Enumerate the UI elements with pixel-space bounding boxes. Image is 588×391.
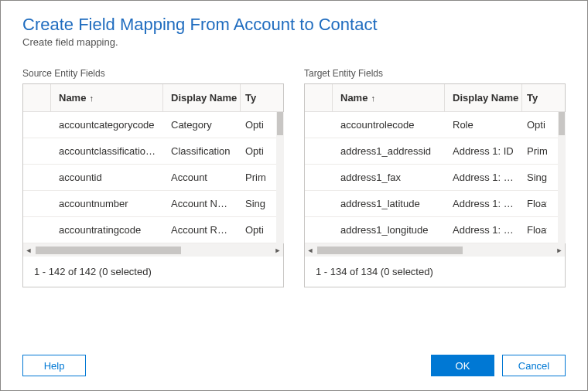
- cell-dn: Account: [163, 172, 241, 183]
- sort-asc-icon: ↑: [371, 94, 375, 103]
- table-row[interactable]: accountidAccountPrim: [23, 165, 283, 191]
- source-grid: Name ↑ Display Name Ty accountcategoryco…: [22, 83, 284, 287]
- source-body: accountcategorycodeCategoryOpti accountc…: [23, 112, 283, 243]
- dialog-frame: Create Field Mapping From Account to Con…: [0, 0, 588, 391]
- cell-ty: Opti: [241, 145, 265, 157]
- chevron-right-icon[interactable]: ►: [554, 243, 565, 257]
- header: Create Field Mapping From Account to Con…: [1, 1, 587, 54]
- target-header-row: Name ↑ Display Name Ty: [305, 84, 565, 112]
- table-row[interactable]: address1_latitudeAddress 1: La...Float: [305, 191, 565, 217]
- target-col-type[interactable]: Ty: [522, 84, 547, 111]
- source-pane: Source Entity Fields Name ↑ Display Name…: [22, 68, 284, 287]
- sort-asc-icon: ↑: [89, 94, 94, 103]
- cell-ty: Opti: [241, 224, 265, 236]
- table-row[interactable]: accountratingcodeAccount RatingOpti: [23, 217, 283, 243]
- table-row[interactable]: address1_longitudeAddress 1: Lo...Float: [305, 217, 565, 243]
- cell-ty: Opti: [241, 119, 265, 131]
- cell-ty: Opti: [522, 119, 547, 131]
- cell-dn: Classification: [163, 145, 241, 157]
- cell-ty: Sing: [241, 198, 265, 209]
- target-hscroll[interactable]: ◄ ►: [305, 243, 565, 257]
- cell-ty: Float: [522, 224, 547, 236]
- dialog-subtitle: Create field mapping.: [22, 36, 566, 48]
- cell-name: accountcategorycode: [51, 119, 163, 131]
- source-hscroll[interactable]: ◄ ►: [23, 243, 283, 257]
- col-name-label: Name: [59, 92, 86, 104]
- source-col-type[interactable]: Ty: [241, 84, 265, 111]
- source-vscroll[interactable]: [276, 112, 284, 243]
- cell-name: address1_addressid: [333, 145, 445, 157]
- col-ty-label: Ty: [245, 92, 256, 104]
- target-grid: Name ↑ Display Name Ty accountrolecodeRo…: [304, 83, 566, 287]
- target-col-name[interactable]: Name ↑: [333, 84, 445, 111]
- cell-name: accountrolecode: [333, 119, 445, 131]
- cell-name: accountid: [51, 172, 163, 183]
- col-dn-label: Display Name: [453, 92, 518, 104]
- cell-name: accountratingcode: [51, 224, 163, 236]
- cell-dn: Category: [163, 119, 241, 131]
- hscroll-track[interactable]: [317, 246, 552, 254]
- target-status: 1 - 134 of 134 (0 selected): [305, 257, 565, 287]
- target-col-displayname[interactable]: Display Name: [445, 84, 522, 111]
- target-vscroll[interactable]: [558, 112, 566, 243]
- target-label: Target Entity Fields: [304, 68, 566, 79]
- table-row[interactable]: accountcategorycodeCategoryOpti: [23, 112, 283, 138]
- panes: Source Entity Fields Name ↑ Display Name…: [1, 54, 587, 287]
- cell-ty: Float: [522, 198, 547, 209]
- cancel-button[interactable]: Cancel: [502, 355, 566, 376]
- cell-ty: Prim: [522, 145, 547, 157]
- scroll-thumb[interactable]: [36, 246, 181, 254]
- chevron-right-icon[interactable]: ►: [272, 243, 283, 257]
- scroll-thumb[interactable]: [277, 112, 283, 135]
- cell-dn: Address 1: ID: [445, 145, 522, 157]
- source-status: 1 - 142 of 142 (0 selected): [23, 257, 283, 287]
- table-row[interactable]: address1_faxAddress 1: FaxSing: [305, 165, 565, 191]
- cell-dn: Address 1: Fax: [445, 172, 522, 183]
- cell-name: accountclassificationc...: [51, 145, 163, 157]
- target-col-spacer: [305, 84, 333, 111]
- hscroll-track[interactable]: [36, 246, 271, 254]
- cell-dn: Account Rating: [163, 224, 241, 236]
- source-col-name[interactable]: Name ↑: [51, 84, 163, 111]
- table-row[interactable]: accountrolecodeRoleOpti: [305, 112, 565, 138]
- cell-name: address1_longitude: [333, 224, 445, 236]
- cell-ty: Sing: [522, 172, 547, 183]
- target-body: accountrolecodeRoleOpti address1_address…: [305, 112, 565, 243]
- cell-dn: Address 1: Lo...: [445, 224, 522, 236]
- table-row[interactable]: accountnumberAccount Num...Sing: [23, 191, 283, 217]
- cell-name: address1_latitude: [333, 198, 445, 209]
- scroll-thumb[interactable]: [317, 246, 463, 254]
- table-row[interactable]: address1_addressidAddress 1: IDPrim: [305, 138, 565, 165]
- cell-dn: Account Num...: [163, 198, 241, 209]
- cell-name: address1_fax: [333, 172, 445, 183]
- col-name-label: Name: [340, 92, 368, 104]
- source-header-row: Name ↑ Display Name Ty: [23, 84, 283, 112]
- source-col-displayname[interactable]: Display Name: [163, 84, 241, 111]
- cell-dn: Role: [445, 119, 522, 131]
- cell-dn: Address 1: La...: [445, 198, 522, 209]
- chevron-left-icon[interactable]: ◄: [305, 243, 316, 257]
- chevron-left-icon[interactable]: ◄: [23, 243, 34, 257]
- help-button[interactable]: Help: [22, 355, 86, 376]
- col-ty-label: Ty: [527, 92, 538, 104]
- scroll-thumb[interactable]: [559, 112, 565, 135]
- col-dn-label: Display Name: [171, 92, 237, 104]
- footer: Help OK Cancel: [1, 344, 587, 390]
- source-label: Source Entity Fields: [22, 68, 284, 79]
- table-row[interactable]: accountclassificationc...ClassificationO…: [23, 138, 283, 165]
- target-pane: Target Entity Fields Name ↑ Display Name…: [304, 68, 566, 287]
- cell-ty: Prim: [241, 172, 265, 183]
- ok-button[interactable]: OK: [431, 355, 494, 376]
- source-col-spacer: [23, 84, 51, 111]
- dialog-title: Create Field Mapping From Account to Con…: [22, 15, 566, 35]
- cell-name: accountnumber: [51, 198, 163, 209]
